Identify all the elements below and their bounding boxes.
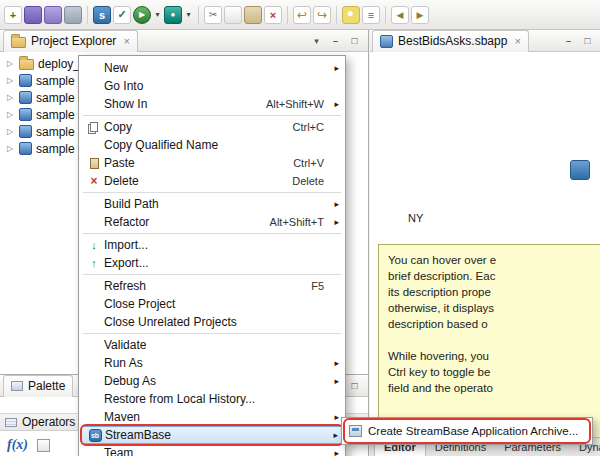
menu-icon-slot (84, 122, 104, 132)
palette-icon (11, 381, 23, 391)
menu-item-import[interactable]: Import... (81, 236, 343, 254)
canvas-operator-icon[interactable] (570, 160, 590, 180)
expander-icon[interactable] (5, 144, 15, 153)
project-explorer-title: Project Explorer (31, 34, 116, 48)
toolbar-separator (336, 6, 337, 24)
menu-item-close-unrelated-projects[interactable]: Close Unrelated Projects (81, 313, 343, 331)
search-icon[interactable] (342, 6, 360, 24)
streambase-studio-window: + s ✓ ▶ ● ✂ × ↩ ↪ ≡ ◀ ▶ Project E (0, 0, 600, 456)
menu-item-debug-as[interactable]: Debug As (81, 372, 343, 390)
menu-icon-slot (84, 257, 104, 269)
expander-icon[interactable] (5, 93, 15, 102)
menu-item-label: Paste (104, 156, 135, 170)
new-streambase-project-icon[interactable]: s (93, 6, 111, 24)
menu-item-new[interactable]: New (81, 59, 343, 77)
menu-item-paste[interactable]: Paste Ctrl+V (81, 154, 343, 172)
menu-item-refactor[interactable]: Refactor Alt+Shift+T (81, 213, 343, 231)
project-explorer-header: Project Explorer (0, 30, 368, 52)
project-icon (19, 142, 32, 155)
menu-item-delete[interactable]: Delete Delete (81, 172, 343, 190)
tab-bestbidsasks-sbapp[interactable]: BestBidsAsks.sbapp (372, 30, 529, 52)
close-icon[interactable] (514, 35, 520, 47)
menu-item-label: Restore from Local History... (104, 392, 255, 406)
paste-icon[interactable] (244, 6, 262, 24)
note-line: brief description. Eac (388, 268, 600, 284)
print-icon[interactable] (64, 6, 82, 24)
menu-item-shortcut: Ctrl+C (293, 121, 340, 133)
menu-item-restore-from-local-history[interactable]: Restore from Local History... (81, 390, 343, 408)
editor-tab-label: BestBidsAsks.sbapp (398, 34, 507, 48)
menu-item-shortcut: Alt+Shift+W (266, 98, 340, 110)
tree-item-label: sample (36, 125, 75, 139)
tab-palette[interactable]: Palette (3, 375, 73, 397)
copy-icon[interactable] (224, 6, 242, 24)
submenu-arrow-icon (334, 95, 339, 113)
submenu-arrow-icon (334, 372, 339, 390)
menu-item-validate[interactable]: Validate (81, 336, 343, 354)
save-icon[interactable] (24, 6, 42, 24)
main-toolbar: + s ✓ ▶ ● ✂ × ↩ ↪ ≡ ◀ ▶ (0, 0, 600, 30)
menu-item-show-in[interactable]: Show In Alt+Shift+W (81, 95, 343, 113)
project-folder-icon (19, 59, 34, 70)
new-wizard-icon[interactable]: + (4, 6, 22, 24)
menu-item-label: Close Unrelated Projects (104, 315, 237, 329)
cut-icon[interactable]: ✂ (204, 6, 222, 24)
menu-item-close-project[interactable]: Close Project (81, 295, 343, 313)
submenu-item-create-application-archive[interactable]: Create StreamBase Application Archive... (345, 421, 589, 441)
maximize-icon[interactable] (347, 34, 362, 47)
tree-item-label: sample (36, 108, 75, 122)
close-icon[interactable] (123, 35, 129, 47)
menu-item-refresh[interactable]: Refresh F5 (81, 277, 343, 295)
maximize-icon[interactable] (347, 379, 362, 392)
menu-item-copy[interactable]: Copy Ctrl+C (81, 118, 343, 136)
menu-item-run-as[interactable]: Run As (81, 354, 343, 372)
annotations-icon[interactable]: ≡ (362, 6, 380, 24)
streambase-icon (89, 429, 102, 442)
application-archive-icon (349, 425, 362, 437)
run-icon[interactable]: ▶ (133, 6, 151, 24)
minimize-icon[interactable] (328, 34, 343, 47)
menu-item-label: Copy Qualified Name (104, 138, 218, 152)
import-icon (91, 239, 97, 251)
export-icon (91, 257, 97, 269)
back-icon[interactable]: ◀ (391, 6, 409, 24)
menu-item-maven[interactable]: Maven (81, 408, 343, 426)
note-line: otherwise, it displays (388, 300, 600, 316)
menu-icon-slot (84, 239, 104, 251)
hover-description-note: You can hover over e brief description. … (378, 244, 600, 437)
menu-item-team[interactable]: Team (81, 444, 343, 456)
view-menu-icon[interactable] (309, 34, 324, 47)
save-all-icon[interactable] (44, 6, 62, 24)
note-line: its description prope (388, 284, 600, 300)
redo-icon[interactable]: ↪ (313, 6, 331, 24)
menu-separator (83, 115, 341, 116)
minimize-icon[interactable] (561, 34, 576, 47)
submenu-arrow-icon (334, 59, 339, 77)
expander-icon[interactable] (5, 127, 15, 136)
delete-icon[interactable]: × (264, 6, 282, 24)
tab-project-explorer[interactable]: Project Explorer (3, 30, 138, 52)
tree-item-label: sample (36, 74, 75, 88)
canvas-label-ny: NY (408, 212, 423, 224)
submenu-arrow-icon (334, 408, 339, 426)
undo-icon[interactable]: ↩ (293, 6, 311, 24)
expander-icon[interactable] (5, 76, 15, 85)
run-dropdown-icon[interactable] (153, 10, 162, 19)
menu-item-copy-qualified-name[interactable]: Copy Qualified Name (81, 136, 343, 154)
forward-icon[interactable]: ▶ (411, 6, 429, 24)
menu-item-go-into[interactable]: Go Into (81, 77, 343, 95)
menu-item-build-path[interactable]: Build Path (81, 195, 343, 213)
grid-icon[interactable] (37, 439, 50, 452)
debug-icon[interactable]: ● (164, 6, 182, 24)
expander-icon[interactable] (5, 59, 15, 68)
palette-item-function[interactable]: f(x) (7, 437, 50, 453)
editor-canvas[interactable]: NY You can hover over e brief descriptio… (370, 52, 600, 437)
drawer-label: Operators (22, 415, 75, 429)
maximize-icon[interactable] (580, 34, 595, 47)
menu-item-streambase[interactable]: StreamBase (81, 426, 343, 444)
expander-icon[interactable] (5, 110, 15, 119)
typecheck-icon[interactable]: ✓ (113, 6, 131, 24)
menu-item-export[interactable]: Export... (81, 254, 343, 272)
menu-item-shortcut: Delete (292, 175, 340, 187)
debug-dropdown-icon[interactable] (184, 10, 193, 19)
